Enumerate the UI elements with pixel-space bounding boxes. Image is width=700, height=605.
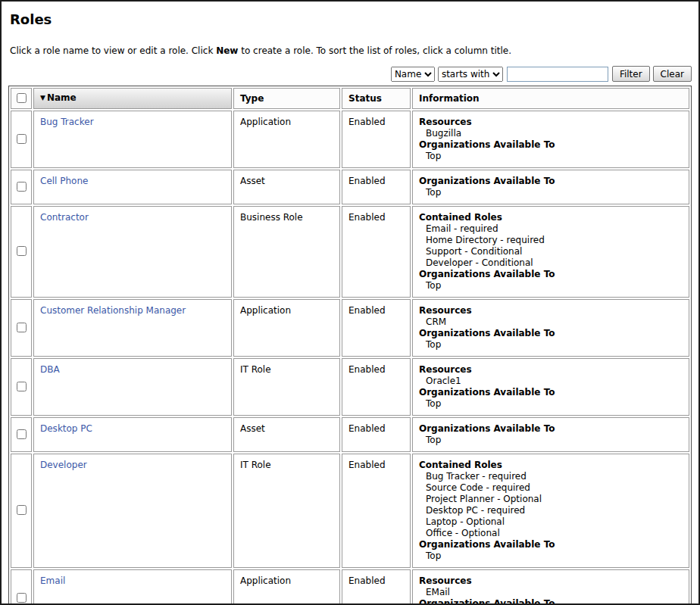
info-item: Developer - Conditional — [419, 257, 683, 269]
info-group-label: Contained Roles — [419, 212, 683, 223]
info-item: Top — [419, 435, 683, 446]
row-checkbox[interactable] — [17, 593, 27, 603]
status-cell: Enabled — [342, 299, 411, 357]
sort-desc-icon: ▼ — [40, 94, 45, 101]
information-cell: ResourcesCRMOrganizations Available ToTo… — [412, 299, 689, 357]
role-name-link[interactable]: Bug Tracker — [40, 117, 94, 127]
info-item: Support - Conditional — [419, 246, 683, 257]
info-item: Oracle1 — [419, 376, 683, 387]
info-item: Top — [419, 550, 683, 562]
info-group-label: Organizations Available To — [419, 387, 683, 398]
type-cell: IT Role — [233, 454, 340, 568]
table-row: Desktop PCAssetEnabledOrganizations Avai… — [11, 417, 689, 452]
select-all-cell — [11, 88, 32, 109]
role-name-link[interactable]: Email — [40, 575, 65, 586]
info-group-label: Organizations Available To — [419, 423, 683, 435]
role-name-link[interactable]: DBA — [40, 364, 60, 375]
info-group-label: Organizations Available To — [419, 328, 683, 339]
page-title: Roles — [10, 12, 692, 27]
column-header-type[interactable]: Type — [233, 88, 340, 109]
role-name-link[interactable]: Contractor — [40, 212, 89, 223]
status-cell: Enabled — [342, 569, 411, 605]
type-cell: Application — [233, 111, 340, 168]
instructions: Click a role name to view or edit a role… — [10, 45, 692, 56]
table-row: Cell PhoneAssetEnabledOrganizations Avai… — [11, 170, 689, 204]
information-cell: Contained RolesBug Tracker - requiredSou… — [412, 454, 689, 568]
name-cell: Contractor — [33, 206, 232, 298]
info-group-label: Resources — [419, 364, 683, 376]
clear-button[interactable]: Clear — [653, 66, 692, 82]
name-cell: Developer — [33, 454, 232, 568]
roles-table-body: Bug TrackerApplicationEnabledResourcesBu… — [11, 111, 689, 605]
type-cell: Business Role — [233, 206, 340, 298]
info-group-label: Resources — [419, 575, 683, 587]
instructions-new-keyword: New — [216, 45, 238, 56]
column-header-information[interactable]: Information — [412, 88, 689, 109]
info-group-label: Resources — [419, 305, 683, 317]
column-header-name-label: Name — [47, 92, 77, 103]
app-window: Roles Click a role name to view or edit … — [0, 0, 700, 605]
status-cell: Enabled — [342, 454, 411, 568]
table-row: Bug TrackerApplicationEnabledResourcesBu… — [11, 111, 689, 168]
column-header-status[interactable]: Status — [342, 88, 411, 109]
row-checkbox[interactable] — [17, 182, 27, 192]
table-row: Customer Relationship ManagerApplication… — [11, 299, 689, 357]
information-cell: ResourcesOracle1Organizations Available … — [412, 358, 689, 416]
info-item: Top — [419, 151, 683, 162]
info-group-label: Contained Roles — [419, 460, 683, 471]
info-item: EMail — [419, 587, 683, 598]
name-cell: Customer Relationship Manager — [33, 299, 232, 357]
select-all-checkbox[interactable] — [17, 93, 27, 103]
row-checkbox[interactable] — [17, 134, 27, 144]
row-checkbox[interactable] — [17, 505, 27, 515]
row-checkbox[interactable] — [17, 323, 27, 332]
table-row: EmailApplicationEnabledResourcesEMailOrg… — [11, 569, 689, 605]
info-item: Bugzilla — [419, 128, 683, 139]
status-cell: Enabled — [342, 417, 411, 452]
role-name-link[interactable]: Desktop PC — [40, 423, 92, 434]
filter-bar: Name starts with Filter Clear — [8, 66, 692, 82]
filter-button[interactable]: Filter — [612, 66, 650, 82]
table-row: DBAIT RoleEnabledResourcesOracle1Organiz… — [11, 358, 689, 416]
filter-value-input[interactable] — [507, 67, 608, 82]
type-cell: Application — [233, 299, 340, 357]
table-header-row: ▼Name Type Status Information — [11, 88, 689, 109]
role-name-link[interactable]: Customer Relationship Manager — [40, 305, 186, 316]
name-cell: Desktop PC — [33, 417, 232, 452]
name-cell: DBA — [33, 358, 232, 416]
table-row: DeveloperIT RoleEnabledContained RolesBu… — [11, 454, 689, 568]
type-cell: IT Role — [233, 358, 340, 416]
status-cell: Enabled — [342, 358, 411, 416]
row-checkbox[interactable] — [17, 246, 27, 256]
type-cell: Asset — [233, 170, 340, 204]
information-cell: ResourcesBugzillaOrganizations Available… — [412, 111, 689, 168]
info-item: Email - required — [419, 223, 683, 235]
row-select-cell — [11, 206, 32, 298]
info-group-label: Organizations Available To — [419, 598, 683, 605]
role-name-link[interactable]: Cell Phone — [40, 176, 88, 186]
info-group-label: Resources — [419, 117, 683, 128]
role-name-link[interactable]: Developer — [40, 460, 87, 470]
info-item: Laptop - Optional — [419, 516, 683, 528]
info-item: Top — [419, 280, 683, 292]
info-item: Top — [419, 187, 683, 198]
row-select-cell — [11, 299, 32, 357]
info-group-label: Organizations Available To — [419, 539, 683, 550]
info-item: Home Directory - required — [419, 235, 683, 246]
status-cell: Enabled — [342, 206, 411, 298]
row-checkbox[interactable] — [17, 429, 27, 439]
row-select-cell — [11, 358, 32, 416]
information-cell: Organizations Available ToTop — [412, 170, 689, 204]
info-item: Bug Tracker - required — [419, 471, 683, 482]
row-select-cell — [11, 111, 32, 168]
type-cell: Application — [233, 569, 340, 605]
instructions-after: to create a role. To sort the list of ro… — [238, 45, 511, 56]
filter-operator-select[interactable]: starts with — [438, 67, 503, 82]
row-checkbox[interactable] — [17, 382, 27, 391]
filter-field-select[interactable]: Name — [391, 67, 435, 82]
table-row: ContractorBusiness RoleEnabledContained … — [11, 206, 689, 298]
name-cell: Bug Tracker — [33, 111, 232, 168]
column-header-name[interactable]: ▼Name — [33, 88, 232, 109]
information-cell: Contained RolesEmail - requiredHome Dire… — [412, 206, 689, 298]
info-item: Desktop PC - required — [419, 505, 683, 516]
